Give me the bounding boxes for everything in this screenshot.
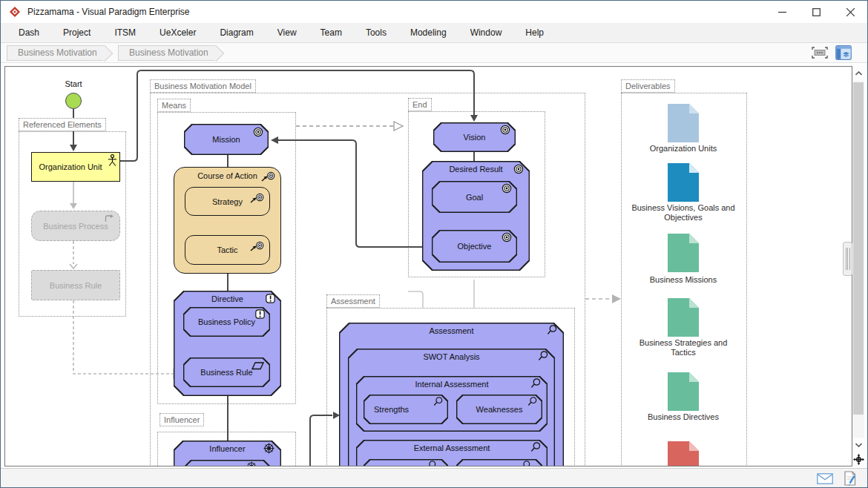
model-explorer-icon[interactable]	[835, 44, 852, 61]
business-rule-node[interactable]: Business Rule	[183, 357, 270, 387]
app-window: Pizzamama - Visual Paradigm Enterprise D…	[0, 0, 868, 488]
breadcrumb: Business Motivation Business Motivation	[1, 43, 867, 63]
close-button[interactable]	[833, 1, 867, 23]
resize-frame-icon[interactable]	[811, 44, 829, 61]
bullseye-icon	[513, 164, 524, 174]
breadcrumb-item-1[interactable]: Business Motivation	[7, 45, 105, 61]
exclamation-icon	[255, 309, 265, 319]
menu-project[interactable]: Project	[51, 23, 102, 42]
scroll-down-button[interactable]	[852, 438, 864, 452]
menu-window[interactable]: Window	[458, 23, 514, 42]
business-process-label: Business Process	[32, 222, 119, 231]
deliverable-label: Business Directives	[627, 412, 740, 422]
business-rule-ref-node[interactable]: Business Rule	[31, 270, 120, 300]
magnifier-icon	[521, 461, 530, 466]
organization-unit-label: Organization Unit	[32, 162, 119, 171]
mission-node[interactable]: Mission	[184, 124, 269, 155]
external-assessment-label: External Assessment	[356, 444, 548, 452]
bullseye-icon	[253, 127, 263, 137]
bent-arrow-icon	[105, 214, 114, 222]
business-policy-node[interactable]: Business Policy	[183, 307, 270, 337]
menu-uexceler[interactable]: UeXceler	[148, 23, 208, 42]
menu-diagram[interactable]: Diagram	[208, 23, 265, 42]
message-envelope-icon[interactable]	[817, 473, 833, 487]
start-label: Start	[51, 79, 96, 88]
pan-tool-icon[interactable]	[852, 452, 864, 466]
menu-view[interactable]: View	[266, 23, 309, 42]
deliverable-doc-red[interactable]	[668, 441, 699, 466]
internal-assessment-label: Internal Assessment	[356, 380, 548, 389]
external-sub-node-2[interactable]	[456, 459, 542, 466]
business-rule-ref-label: Business Rule	[32, 281, 119, 290]
magnifier-icon	[527, 397, 537, 406]
business-process-node[interactable]: Business Process	[31, 211, 120, 241]
organization-unit-node[interactable]: Organization Unit	[31, 152, 120, 182]
wheel-icon	[246, 461, 257, 466]
menu-team[interactable]: Team	[309, 23, 354, 42]
strategy-node[interactable]: Strategy	[185, 187, 270, 216]
menu-modeling[interactable]: Modeling	[398, 23, 458, 42]
menu-help[interactable]: Help	[513, 23, 556, 42]
scrollbar-thumb[interactable]	[853, 82, 864, 415]
tactic-icon	[250, 241, 264, 251]
deliverable-label: Organization Units	[627, 144, 740, 154]
objective-node[interactable]: Objective	[432, 230, 517, 263]
end-label: End	[408, 98, 432, 111]
swot-analysis-label: SWOT Analysis	[348, 352, 555, 361]
note-edit-icon[interactable]	[844, 471, 857, 488]
scroll-up-button[interactable]	[852, 66, 864, 81]
wheel-icon	[263, 443, 274, 454]
weaknesses-node[interactable]: Weaknesses	[456, 395, 542, 424]
breadcrumb-item-2[interactable]: Business Motivation	[118, 45, 216, 61]
assessment-label: Assessment	[339, 326, 564, 335]
parallelogram-icon	[251, 362, 264, 370]
assessment-container-label: Assessment	[326, 294, 380, 308]
diagram-canvas[interactable]: Referenced Elements Business Motivation …	[4, 66, 852, 466]
start-node[interactable]	[65, 93, 82, 109]
maximize-button[interactable]	[799, 1, 833, 23]
influencer-inner-node[interactable]	[185, 460, 270, 466]
bullseye-icon	[502, 232, 512, 243]
magnifier-icon	[530, 378, 541, 389]
minimize-button[interactable]	[765, 1, 799, 23]
menu-bar: Dash Project ITSM UeXceler Diagram View …	[1, 23, 867, 43]
exclamation-icon	[266, 294, 275, 303]
bmm-label: Business Motivation Model	[150, 79, 256, 93]
deliverable-doc-strategies-tactics[interactable]	[668, 298, 699, 337]
strengths-node[interactable]: Strengths	[364, 395, 448, 424]
tactic-node[interactable]: Tactic	[185, 235, 270, 265]
magnifier-icon	[433, 397, 443, 406]
menu-itsm[interactable]: ITSM	[102, 23, 148, 42]
course-of-action-icon	[261, 171, 275, 182]
vertical-scrollbar[interactable]	[852, 66, 864, 466]
goal-node[interactable]: Goal	[432, 181, 517, 213]
menu-tools[interactable]: Tools	[354, 23, 398, 42]
magnifier-icon	[547, 325, 557, 335]
objective-label: Objective	[432, 242, 517, 251]
window-title: Pizzamama - Visual Paradigm Enterprise	[27, 7, 190, 17]
deliverable-label: Business Missions	[627, 275, 740, 285]
magnifier-icon	[538, 351, 548, 361]
connector-objective-mission	[277, 140, 432, 247]
bullseye-icon	[500, 125, 510, 135]
deliverable-label: Business Strategies and Tactics	[627, 338, 740, 357]
external-sub-node-1[interactable]	[364, 459, 448, 466]
strategy-icon	[250, 193, 264, 203]
title-bar: Pizzamama - Visual Paradigm Enterprise	[1, 1, 867, 23]
connector-faint-1	[408, 291, 423, 308]
vision-node[interactable]: Vision	[433, 122, 516, 152]
actor-icon	[108, 154, 117, 167]
bullseye-icon	[502, 183, 512, 194]
influencer-container-label: Influencer	[160, 413, 204, 426]
magnifier-icon	[530, 442, 541, 452]
deliverable-doc-business-directives[interactable]	[668, 372, 699, 411]
deliverables-label: Deliverables	[621, 79, 675, 93]
menu-dash[interactable]: Dash	[7, 23, 51, 42]
deliverable-doc-organization-units[interactable]	[668, 104, 699, 142]
panel-grip-handle[interactable]	[843, 242, 852, 276]
deliverable-doc-visions-goals-objectives[interactable]	[668, 163, 699, 202]
referenced-elements-label: Referenced Elements	[19, 118, 106, 131]
visual-paradigm-logo-icon	[8, 5, 22, 19]
deliverable-doc-business-missions[interactable]	[668, 234, 699, 272]
means-label: Means	[157, 99, 191, 112]
